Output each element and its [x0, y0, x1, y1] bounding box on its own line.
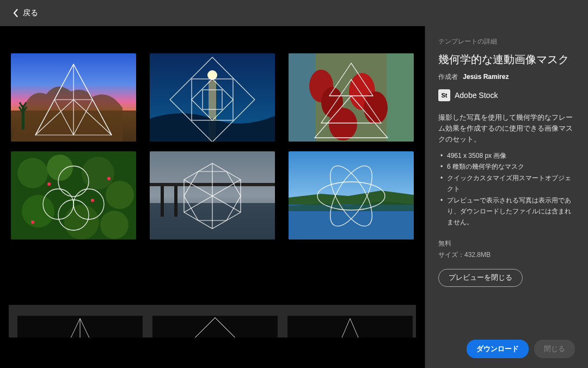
- triangle-icon: [11, 53, 136, 142]
- template-meta: 無料 サイズ：432.8MB: [438, 238, 575, 261]
- svg-point-23: [22, 195, 54, 228]
- thumb-row2-2[interactable]: [152, 316, 278, 338]
- thumb-hexagon-pier[interactable]: [150, 151, 275, 240]
- svg-rect-37: [174, 184, 177, 217]
- close-button: 閉じる: [534, 340, 575, 358]
- svg-point-24: [64, 205, 99, 240]
- svg-rect-2: [22, 105, 24, 130]
- svg-point-17: [329, 108, 357, 140]
- thumb-square-moon[interactable]: [150, 53, 275, 142]
- atom-icon: [289, 151, 414, 240]
- spec-item: 6 種類の幾何学的なマスク: [440, 161, 575, 172]
- author-name: Jesús Ramirez: [463, 73, 509, 81]
- chevron-left-icon: [13, 9, 19, 17]
- nested-square-icon: [150, 53, 275, 142]
- thumb-circles-garden[interactable]: [11, 151, 136, 240]
- template-specs-list: 4961 x 3508 px 画像 6 種類の幾何学的なマスク クイックカスタマ…: [438, 150, 575, 228]
- thumb-row2-1[interactable]: [17, 316, 143, 338]
- stock-badge-icon: St: [438, 89, 450, 101]
- svg-rect-11: [289, 53, 316, 142]
- size-line: サイズ：432.8MB: [438, 249, 575, 261]
- svg-point-22: [106, 181, 134, 209]
- svg-point-26: [47, 182, 51, 186]
- overlap-circles-icon: [11, 151, 136, 240]
- template-gallery: [0, 26, 425, 368]
- svg-point-19: [17, 158, 48, 188]
- svg-point-25: [100, 211, 128, 239]
- hexagon-icon: [150, 151, 275, 240]
- topbar: 戻る: [0, 0, 588, 26]
- spec-item: プレビューで表示される写真は表示用であり、ダウンロードしたファイルには含まれませ…: [440, 195, 575, 228]
- diamond-icon: [182, 316, 248, 338]
- template-title: 幾何学的な連動画像マスク: [438, 52, 575, 67]
- adobe-stock-link[interactable]: St Adobe Stock: [438, 89, 575, 101]
- spec-item: 4961 x 3508 px 画像: [440, 150, 575, 161]
- thumb-triangle-desert[interactable]: [11, 53, 136, 142]
- template-description: 撮影した写真を使用して幾何学的なフレーム効果を作成するのに使用できる画像マスクの…: [438, 112, 575, 145]
- back-label: 戻る: [23, 8, 38, 18]
- gallery-section-2: [9, 305, 416, 338]
- thumb-atom-lake[interactable]: [289, 151, 414, 240]
- back-button[interactable]: 戻る: [13, 8, 38, 18]
- svg-point-20: [47, 155, 73, 181]
- download-button[interactable]: ダウンロード: [467, 340, 529, 358]
- svg-point-28: [107, 177, 111, 180]
- thumb-row2-3[interactable]: [287, 316, 413, 338]
- svg-rect-12: [387, 53, 414, 142]
- svg-point-27: [91, 199, 94, 202]
- svg-point-29: [31, 220, 34, 224]
- price: 無料: [438, 238, 575, 250]
- author-line: 作成者 Jesús Ramirez: [438, 72, 575, 82]
- triangle-icon: [47, 316, 113, 338]
- stacked-triangle-icon: [289, 53, 414, 142]
- triangle-icon: [317, 316, 383, 338]
- panel-heading: テンプレートの詳細: [438, 37, 575, 46]
- svg-rect-36: [161, 184, 164, 217]
- close-preview-button[interactable]: プレビューを閉じる: [438, 269, 523, 287]
- thumb-stacked-triangles[interactable]: [289, 53, 414, 142]
- svg-point-16: [364, 91, 388, 124]
- spec-item: クイックカスタマイズ用スマートオブジェクト: [440, 173, 575, 195]
- details-panel: テンプレートの詳細 幾何学的な連動画像マスク 作成者 Jesús Ramirez…: [425, 26, 588, 368]
- stock-label: Adobe Stock: [455, 91, 498, 100]
- svg-rect-44: [184, 317, 246, 338]
